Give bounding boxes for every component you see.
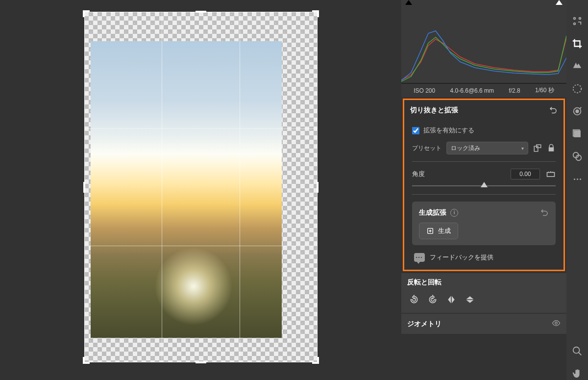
- enable-expand-label: 拡張を有効にする: [423, 126, 474, 135]
- crop-handle-tl[interactable]: [83, 10, 91, 18]
- flip-rotate-panel: 反転と回転: [401, 273, 566, 313]
- angle-label: 角度: [412, 170, 505, 178]
- enable-expand-checkbox[interactable]: 拡張を有効にする: [412, 126, 556, 135]
- info-icon[interactable]: i: [450, 209, 458, 217]
- undo-icon[interactable]: [540, 207, 549, 218]
- divider: [412, 161, 556, 162]
- edit-tool-icon[interactable]: [571, 15, 584, 27]
- hand-tool-icon[interactable]: [571, 367, 584, 380]
- mask-tool-icon[interactable]: [571, 82, 584, 95]
- zoom-tool-icon[interactable]: [571, 345, 584, 357]
- crop-frame[interactable]: [84, 12, 318, 362]
- generate-button[interactable]: 生成: [419, 223, 458, 239]
- more-icon[interactable]: [571, 173, 584, 185]
- feedback-button[interactable]: ••• フィードバックを提供: [412, 248, 556, 264]
- sparkle-icon: [426, 227, 434, 235]
- svg-point-5: [574, 18, 576, 20]
- geometry-title: ジオメトリ: [407, 320, 441, 329]
- svg-point-6: [579, 18, 581, 20]
- visibility-icon[interactable]: [552, 319, 561, 329]
- highlight-clipping-icon[interactable]: [556, 0, 563, 5]
- svg-point-7: [574, 23, 576, 25]
- canvas-area[interactable]: [0, 0, 401, 380]
- preset-value: ロック済み: [451, 144, 480, 152]
- straighten-icon[interactable]: [546, 169, 556, 179]
- feedback-icon: •••: [414, 253, 425, 262]
- crop-handle-left[interactable]: [83, 182, 85, 193]
- flip-horizontal-button[interactable]: [446, 295, 456, 306]
- crop-handle-tr[interactable]: [311, 10, 319, 18]
- flip-vertical-button[interactable]: [465, 295, 475, 306]
- lock-icon[interactable]: [547, 144, 556, 152]
- histogram[interactable]: [401, 0, 566, 83]
- rotate-cw-button[interactable]: [428, 295, 438, 306]
- healing-tool-icon[interactable]: [571, 60, 584, 73]
- flip-title: 反転と回転: [407, 278, 441, 287]
- chevron-down-icon: ▾: [521, 146, 524, 151]
- photo-metadata-bar: ISO 200 4.0-6.6@6.6 mm f/2.8 1/60 秒: [401, 83, 566, 97]
- crop-handle-bl[interactable]: [83, 356, 91, 364]
- meta-aperture: f/2.8: [509, 87, 520, 94]
- angle-input[interactable]: [511, 169, 540, 179]
- meta-shutter: 1/60 秒: [535, 86, 554, 95]
- redeye-tool-icon[interactable]: [571, 105, 584, 118]
- color-grading-icon[interactable]: [571, 150, 584, 163]
- svg-point-4: [555, 322, 558, 325]
- right-panel: ISO 200 4.0-6.6@6.6 mm f/2.8 1/60 秒 切り抜き…: [401, 0, 566, 380]
- enable-expand-input[interactable]: [412, 127, 419, 134]
- divider: [412, 194, 556, 195]
- generate-label: 生成: [438, 227, 451, 235]
- reset-icon[interactable]: [549, 105, 558, 115]
- feedback-label: フィードバックを提供: [430, 253, 493, 262]
- rotate-ccw-button[interactable]: [409, 295, 419, 306]
- svg-point-8: [573, 85, 582, 93]
- generative-expand-section: 生成拡張 i 生成: [412, 202, 556, 245]
- meta-iso: ISO 200: [414, 87, 435, 94]
- crop-border: [84, 12, 318, 362]
- panel-title: 切り抜きと拡張: [410, 106, 458, 115]
- crop-handle-bottom[interactable]: [196, 361, 206, 363]
- svg-point-10: [576, 110, 579, 113]
- shadow-clipping-icon[interactable]: [405, 0, 412, 5]
- swap-orientation-icon[interactable]: [533, 144, 542, 152]
- tool-strip: [566, 0, 588, 380]
- geometry-panel[interactable]: ジオメトリ: [401, 314, 566, 334]
- crop-and-expand-panel: 切り抜きと拡張 拡張を有効にする プリセット ロック済み ▾: [403, 99, 565, 271]
- presets-icon[interactable]: [571, 127, 584, 140]
- crop-handle-right[interactable]: [317, 182, 318, 193]
- svg-rect-2: [547, 173, 555, 177]
- preset-dropdown[interactable]: ロック済み ▾: [446, 142, 528, 154]
- preset-label: プリセット: [412, 144, 441, 152]
- crop-tool-icon[interactable]: [571, 37, 584, 50]
- slider-thumb[interactable]: [481, 182, 488, 187]
- crop-handle-br[interactable]: [311, 356, 319, 364]
- gen-title: 生成拡張: [419, 208, 446, 217]
- angle-slider[interactable]: [412, 181, 556, 191]
- crop-handle-top[interactable]: [196, 11, 206, 13]
- svg-point-15: [573, 347, 580, 354]
- meta-focal: 4.0-6.6@6.6 mm: [450, 87, 494, 94]
- histogram-curves: [401, 9, 566, 82]
